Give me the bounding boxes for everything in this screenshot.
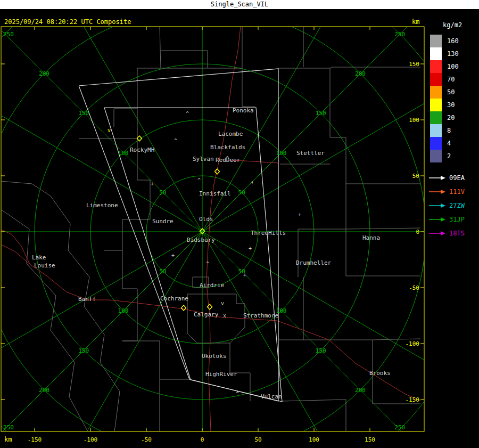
- city-label: ThreeHills: [251, 230, 286, 237]
- city-label: Didsbury: [187, 237, 215, 243]
- scale-value-label: 130: [447, 50, 459, 58]
- county-boundary: [122, 341, 160, 431]
- radar-viewer-window: Single_Scan_VIL 2025/09/24 08:20:22 UTC …: [0, 0, 479, 448]
- range-label: 150: [316, 110, 326, 117]
- radar-id-label: 31JP: [449, 216, 465, 223]
- town-marker: +: [249, 246, 252, 251]
- y-axis-label: 100: [409, 117, 419, 124]
- scale-row: 8: [426, 124, 479, 137]
- x-axis-label: 50: [254, 436, 261, 443]
- scale-value-label: 160: [447, 37, 459, 45]
- y-axis-label: -50: [409, 284, 419, 291]
- legend-unit-label: kg/m2: [443, 21, 479, 29]
- scale-value-label: 70: [447, 76, 455, 83]
- scale-swatch: [430, 99, 442, 111]
- town-marker: ^: [186, 111, 189, 117]
- radar-id-label: 09EA: [449, 174, 465, 182]
- radar-site-icon: [208, 304, 212, 309]
- county-boundary: [346, 228, 420, 229]
- range-label: 50: [159, 189, 166, 196]
- scan-boundary: [79, 69, 278, 401]
- radar-arrow-icon: [428, 202, 446, 209]
- scale-swatch: [430, 60, 442, 73]
- radar-id-label: 27ZW: [449, 202, 465, 209]
- range-label: 200: [355, 70, 366, 77]
- scale-swatch: [430, 124, 442, 137]
- city-label: Hanna: [362, 234, 380, 241]
- city-label: HighRiver: [205, 371, 237, 378]
- radar-site-legend: 09EA111V27ZW31JP18TS: [426, 171, 479, 240]
- scale-value-label: 4: [447, 140, 451, 147]
- county-boundary: [208, 27, 242, 68]
- y-axis-label: 0: [416, 229, 419, 235]
- city-label: Airdrie: [200, 282, 224, 289]
- county-boundary: [298, 229, 346, 277]
- color-scale: 16013010070503020842: [426, 35, 479, 162]
- map-layers: 5010015020025050100150200250501001502002…: [0, 0, 479, 448]
- radar-legend-row: 09EA: [426, 171, 479, 185]
- city-label: RockyMH: [130, 146, 154, 153]
- scale-swatch: [430, 73, 442, 86]
- town-marker: +: [298, 212, 301, 218]
- city-label: Brooks: [369, 370, 391, 377]
- city-label: Sundre: [152, 218, 174, 225]
- legend-panel: kg/m2 16013010070503020842 09EA111V27ZW3…: [426, 21, 479, 240]
- scale-value-label: 100: [447, 63, 459, 70]
- scale-row: 70: [426, 73, 479, 86]
- radar-id-label: 18TS: [449, 230, 465, 237]
- town-marker: ^: [197, 177, 201, 183]
- range-label: 250: [394, 424, 405, 431]
- scale-value-label: 30: [447, 101, 455, 109]
- town-marker: +: [171, 252, 175, 258]
- scale-row: 160: [426, 35, 479, 47]
- radar-arrow-icon: [428, 175, 446, 181]
- radar-arrow-icon: [428, 230, 446, 237]
- radar-legend-row: 111V: [426, 185, 479, 199]
- county-boundary: [282, 400, 346, 431]
- scale-value-label: 2: [447, 152, 451, 160]
- city-label: Banff: [78, 296, 96, 303]
- scale-value-label: 8: [447, 127, 451, 134]
- range-label: 150: [316, 347, 326, 354]
- city-label: RedDeer: [216, 157, 241, 164]
- radar-site-icon: [181, 305, 186, 311]
- city-label: Calgary: [194, 311, 219, 318]
- range-label: 250: [3, 424, 14, 431]
- town-marker: ^: [236, 391, 239, 397]
- scale-value-label: 20: [447, 114, 455, 121]
- x-axis-label: 150: [365, 436, 375, 443]
- scale-swatch: [430, 137, 442, 150]
- radar-legend-row: 31JP: [426, 213, 479, 226]
- x-axis-label: 100: [309, 436, 319, 443]
- y-axis-label: 50: [412, 173, 419, 180]
- scale-swatch: [430, 150, 442, 162]
- city-label: Okotoks: [202, 353, 226, 360]
- town-marker: x: [223, 313, 226, 319]
- county-boundary: [187, 294, 245, 343]
- range-label: 100: [118, 307, 129, 314]
- county-boundary: [122, 250, 137, 341]
- city-label: Stettler: [296, 150, 325, 157]
- city-label: Louise: [34, 262, 55, 269]
- county-boundary: [0, 181, 51, 196]
- city-label: Strathmore: [243, 312, 278, 319]
- town-marker: +: [151, 181, 154, 187]
- city-label: Ponoka: [233, 107, 254, 114]
- highway-line: [0, 229, 30, 264]
- range-label: 100: [276, 150, 287, 157]
- town-marker: ^: [206, 261, 209, 267]
- city-label: Innisfail: [199, 190, 231, 197]
- radar-arrow-icon: [428, 216, 446, 223]
- scale-swatch: [430, 111, 442, 124]
- range-label: 150: [78, 347, 89, 354]
- radar-legend-row: 18TS: [426, 226, 479, 240]
- county-boundary: [51, 196, 120, 431]
- town-marker: +: [243, 272, 246, 278]
- city-label: Sylvan: [193, 156, 214, 162]
- range-label: 50: [238, 189, 245, 196]
- city-label: Limestone: [86, 202, 118, 209]
- scale-swatch: [430, 86, 442, 99]
- highway-line: [211, 316, 420, 401]
- scale-swatch: [430, 35, 442, 47]
- scale-swatch: [430, 47, 442, 60]
